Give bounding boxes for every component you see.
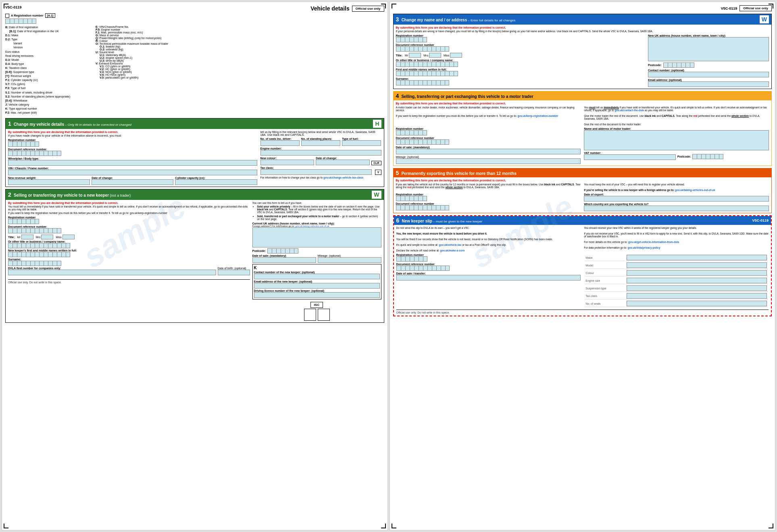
s2-docref-input[interactable] — [8, 228, 250, 233]
field-y: [Y]: Revenue weight — [5, 74, 94, 78]
s1-fuel-input[interactable] — [342, 140, 381, 146]
reg-char-3[interactable] — [14, 19, 19, 24]
s4-mileage-input[interactable] — [396, 158, 581, 164]
section1: 1 Change my vehicle details – Only fill … — [5, 118, 384, 187]
s1-engine-input[interactable] — [260, 150, 381, 156]
s2-fleet-input[interactable] — [8, 270, 216, 275]
s4-datesale-input[interactable] — [396, 149, 581, 154]
make-label: Make — [585, 254, 625, 261]
registration-input-boxes[interactable] — [5, 19, 86, 24]
reg-char-5[interactable] — [23, 19, 27, 24]
s2-mileage-input[interactable] — [318, 257, 381, 263]
taxclass-input[interactable] — [627, 293, 767, 299]
s2-firstmiddle-input[interactable] — [8, 252, 250, 257]
s2-right-text: You can use this form to tell us if you … — [252, 202, 381, 204]
s3-postcode-input[interactable] — [663, 62, 694, 68]
s5-country-input[interactable] — [584, 206, 769, 211]
s3-surname-input[interactable] — [396, 80, 645, 85]
s1-wheelbase-input[interactable] — [8, 160, 257, 166]
s3-mr-box[interactable] — [409, 53, 421, 58]
corner-bracket-tr — [381, 4, 386, 8]
model-input[interactable] — [627, 262, 767, 268]
s3-newaddress-label: New UK address (house number, street nam… — [648, 34, 726, 37]
s3-surname-label: Surname: — [396, 77, 409, 80]
vehicle-left-col: B: Date of first registration [B.1]: Dat… — [5, 25, 94, 115]
s5-dateexport-input[interactable] — [584, 196, 769, 202]
reg-char-6[interactable] — [27, 19, 32, 24]
s2-contact-input[interactable] — [254, 274, 380, 279]
s4-postcode-input[interactable] — [692, 154, 723, 159]
colour-input[interactable] — [627, 270, 767, 276]
s2-datesale-input[interactable] — [252, 257, 316, 263]
s5-reg-input[interactable] — [396, 196, 581, 201]
s4-trader-input[interactable] — [584, 130, 769, 150]
s3-address-input[interactable] — [648, 37, 769, 61]
s2-miss-label: Miss — [56, 236, 61, 239]
s3-docref-input[interactable] — [396, 46, 645, 52]
reg-char-2[interactable] — [10, 19, 14, 24]
field-v1: V.1: CO (g/km or g/kWh) — [96, 65, 384, 68]
field-u1: U.1: stationary dB(A) — [96, 54, 384, 56]
s2-dob-input[interactable] — [218, 270, 250, 275]
s2-mrs-box[interactable] — [41, 235, 53, 239]
s4-vat-input[interactable] — [584, 154, 675, 160]
suspension-input[interactable] — [627, 285, 767, 291]
s3-reg-input[interactable] — [396, 37, 645, 42]
s2-surname-input[interactable] — [8, 261, 250, 266]
s1-cylinder-input[interactable] — [175, 179, 257, 185]
seats-input[interactable] — [627, 301, 767, 306]
s3-mrs-option: Mrs — [423, 53, 441, 58]
s2-driving-input[interactable] — [254, 292, 380, 298]
s2-reg-label: Registration number — [8, 216, 250, 219]
s1-datechange2-input[interactable] — [316, 160, 370, 165]
s1-seats-inc-input[interactable] — [260, 140, 300, 146]
s4-reg-input[interactable] — [396, 130, 581, 135]
engine-input[interactable] — [627, 278, 767, 283]
right-page: sample V5C-0119 Official use only 3 Chan… — [390, 2, 776, 530]
s1-taxclass-input[interactable] — [260, 169, 372, 175]
s1-reg-input[interactable] — [8, 141, 257, 147]
s3-firstmiddle-input[interactable] — [396, 71, 645, 76]
s6-reg-input[interactable] — [396, 256, 581, 262]
s1-standing-input[interactable] — [301, 140, 340, 146]
s1-revweight-input[interactable] — [8, 179, 90, 185]
s2-other-input[interactable] — [8, 243, 250, 248]
reg-char-7[interactable] — [32, 19, 36, 24]
reg-char-4[interactable] — [19, 19, 23, 24]
s1-docref-input[interactable] — [8, 151, 257, 156]
s3-mrs-box[interactable] — [429, 53, 441, 58]
s4-docref-input[interactable] — [396, 139, 581, 145]
s3-other-input[interactable] — [396, 62, 645, 67]
s1-vin-label: VIN / Chassis / Frame number: — [8, 167, 49, 170]
s2-mr-box[interactable] — [21, 235, 33, 239]
s2-email-input[interactable] — [254, 283, 380, 289]
s3-miss-box[interactable] — [450, 53, 462, 58]
s2-miss-box[interactable] — [62, 235, 75, 239]
s3-email-input[interactable] — [648, 81, 769, 87]
corner-bracket-bl-r — [392, 524, 396, 528]
s2-address-input[interactable] — [252, 227, 381, 247]
s1-colour-input[interactable] — [260, 160, 315, 165]
a1-box: [A.1] — [45, 13, 56, 18]
s6-datesale-input[interactable] — [396, 275, 581, 281]
make-input[interactable] — [627, 255, 767, 260]
s3-contact-input[interactable] — [648, 72, 769, 77]
s6-docref-input[interactable] — [396, 266, 581, 271]
reg-char-1[interactable] — [5, 19, 10, 24]
s2-postcode-input[interactable] — [267, 248, 298, 254]
s1-datechange-input[interactable] — [92, 179, 173, 185]
s2-mrs-option: Mrs — [36, 235, 54, 239]
k-label: K — [254, 266, 257, 270]
s1-vin-input[interactable] — [8, 170, 257, 175]
left-page: sample V5C-0119 Vehicle details Official… — [2, 2, 388, 530]
section1-disclaimer: By submitting this form you are declarin… — [8, 131, 257, 133]
s2-mr-label: Mr — [17, 236, 21, 239]
s6-docref-label: Document reference number — [396, 263, 581, 266]
s2-email-label: Email address of the new keeper: (option… — [254, 280, 312, 283]
s1-revweight-label: New revenue weight: — [8, 177, 36, 179]
table-row-model: Model — [585, 262, 768, 269]
s2-mrs-label: Mrs — [36, 236, 41, 239]
s5-docref-input[interactable] — [396, 205, 581, 210]
s2-reg-input[interactable] — [8, 219, 250, 224]
section1-subtitle: – Only fill In details to be corrected o… — [65, 123, 131, 127]
